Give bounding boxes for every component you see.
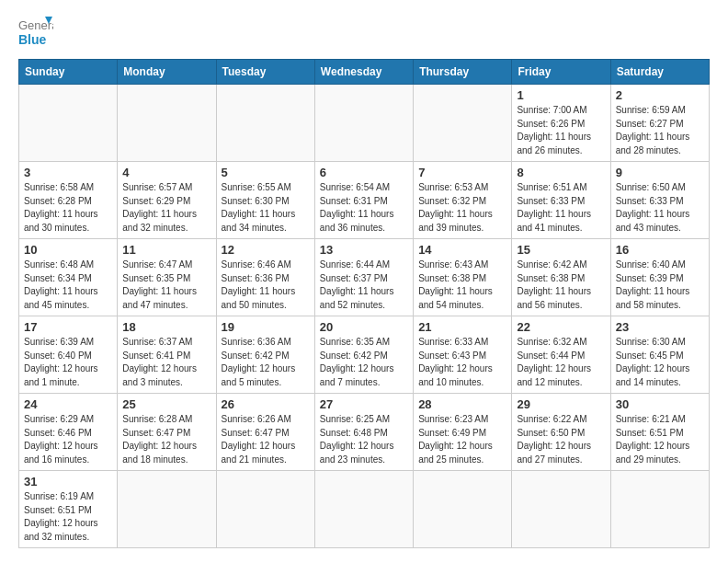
day-number: 27 [320,397,408,411]
logo-svg: General Blue [18,15,53,50]
svg-text:Blue: Blue [18,32,47,47]
header-wednesday: Wednesday [314,60,413,85]
day-sun-info: Sunrise: 6:50 AM Sunset: 6:33 PM Dayligh… [616,181,704,235]
day-sun-info: Sunrise: 6:58 AM Sunset: 6:28 PM Dayligh… [24,181,112,235]
calendar-cell: 21Sunrise: 6:33 AM Sunset: 6:43 PM Dayli… [414,316,512,394]
calendar-cell: 17Sunrise: 6:39 AM Sunset: 6:40 PM Dayli… [19,316,118,394]
day-sun-info: Sunrise: 6:39 AM Sunset: 6:40 PM Dayligh… [24,336,112,389]
day-sun-info: Sunrise: 6:25 AM Sunset: 6:48 PM Dayligh… [320,413,408,466]
day-number: 12 [222,243,310,257]
day-number: 10 [24,243,112,257]
calendar-cell [610,471,709,548]
week-row-1: 1Sunrise: 7:00 AM Sunset: 6:26 PM Daylig… [19,85,710,162]
calendar-cell: 20Sunrise: 6:35 AM Sunset: 6:42 PM Dayli… [314,316,413,394]
day-sun-info: Sunrise: 6:37 AM Sunset: 6:41 PM Dayligh… [122,336,210,389]
calendar-cell [118,85,216,162]
calendar-cell: 8Sunrise: 6:51 AM Sunset: 6:33 PM Daylig… [512,162,610,239]
day-number: 21 [418,320,506,334]
calendar-cell [118,471,216,548]
day-sun-info: Sunrise: 6:30 AM Sunset: 6:45 PM Dayligh… [616,336,704,389]
calendar-cell: 19Sunrise: 6:36 AM Sunset: 6:42 PM Dayli… [216,316,314,394]
day-headers-row: SundayMondayTuesdayWednesdayThursdayFrid… [19,60,710,85]
day-number: 28 [418,397,506,411]
day-sun-info: Sunrise: 6:53 AM Sunset: 6:32 PM Dayligh… [418,181,506,235]
day-number: 7 [418,166,506,179]
calendar-cell [216,85,314,162]
day-number: 26 [222,397,310,411]
day-sun-info: Sunrise: 6:33 AM Sunset: 6:43 PM Dayligh… [418,336,506,389]
header: General Blue [18,15,710,50]
day-sun-info: Sunrise: 6:28 AM Sunset: 6:47 PM Dayligh… [122,413,210,466]
day-sun-info: Sunrise: 6:26 AM Sunset: 6:47 PM Dayligh… [222,413,310,466]
calendar-cell: 29Sunrise: 6:22 AM Sunset: 6:50 PM Dayli… [512,394,610,471]
day-sun-info: Sunrise: 6:32 AM Sunset: 6:44 PM Dayligh… [517,336,605,389]
calendar-cell: 15Sunrise: 6:42 AM Sunset: 6:38 PM Dayli… [512,239,610,316]
calendar-cell [414,85,512,162]
calendar-cell: 23Sunrise: 6:30 AM Sunset: 6:45 PM Dayli… [610,316,709,394]
day-number: 1 [517,88,605,102]
week-row-2: 3Sunrise: 6:58 AM Sunset: 6:28 PM Daylig… [19,162,710,239]
day-sun-info: Sunrise: 7:00 AM Sunset: 6:26 PM Dayligh… [517,104,605,157]
day-number: 5 [222,166,310,179]
day-number: 14 [418,243,506,257]
calendar-cell [512,471,610,548]
calendar-cell: 6Sunrise: 6:54 AM Sunset: 6:31 PM Daylig… [314,162,413,239]
day-number: 3 [24,166,112,179]
day-sun-info: Sunrise: 6:44 AM Sunset: 6:37 PM Dayligh… [320,259,408,312]
day-number: 6 [320,166,408,179]
day-sun-info: Sunrise: 6:23 AM Sunset: 6:49 PM Dayligh… [418,413,506,466]
calendar-cell: 10Sunrise: 6:48 AM Sunset: 6:34 PM Dayli… [19,239,118,316]
day-number: 30 [616,397,704,411]
calendar-cell: 27Sunrise: 6:25 AM Sunset: 6:48 PM Dayli… [314,394,413,471]
calendar-cell: 22Sunrise: 6:32 AM Sunset: 6:44 PM Dayli… [512,316,610,394]
logo: General Blue [18,15,53,50]
calendar-cell: 30Sunrise: 6:21 AM Sunset: 6:51 PM Dayli… [610,394,709,471]
day-number: 23 [616,320,704,334]
calendar-cell: 14Sunrise: 6:43 AM Sunset: 6:38 PM Dayli… [414,239,512,316]
day-sun-info: Sunrise: 6:57 AM Sunset: 6:29 PM Dayligh… [122,181,210,235]
day-number: 22 [517,320,605,334]
calendar-cell: 9Sunrise: 6:50 AM Sunset: 6:33 PM Daylig… [610,162,709,239]
calendar-cell: 5Sunrise: 6:55 AM Sunset: 6:30 PM Daylig… [216,162,314,239]
calendar-cell: 16Sunrise: 6:40 AM Sunset: 6:39 PM Dayli… [610,239,709,316]
calendar-cell [314,471,413,548]
header-friday: Friday [512,60,610,85]
calendar-cell: 13Sunrise: 6:44 AM Sunset: 6:37 PM Dayli… [314,239,413,316]
calendar-cell: 12Sunrise: 6:46 AM Sunset: 6:36 PM Dayli… [216,239,314,316]
day-sun-info: Sunrise: 6:36 AM Sunset: 6:42 PM Dayligh… [222,336,310,389]
day-sun-info: Sunrise: 6:21 AM Sunset: 6:51 PM Dayligh… [616,413,704,466]
day-sun-info: Sunrise: 6:59 AM Sunset: 6:27 PM Dayligh… [616,104,704,157]
day-number: 24 [24,397,112,411]
calendar-cell: 24Sunrise: 6:29 AM Sunset: 6:46 PM Dayli… [19,394,118,471]
day-number: 16 [616,243,704,257]
day-sun-info: Sunrise: 6:51 AM Sunset: 6:33 PM Dayligh… [517,181,605,235]
day-number: 18 [122,320,210,334]
day-number: 4 [122,166,210,179]
week-row-3: 10Sunrise: 6:48 AM Sunset: 6:34 PM Dayli… [19,239,710,316]
week-row-5: 24Sunrise: 6:29 AM Sunset: 6:46 PM Dayli… [19,394,710,471]
calendar-cell: 2Sunrise: 6:59 AM Sunset: 6:27 PM Daylig… [610,85,709,162]
day-sun-info: Sunrise: 6:40 AM Sunset: 6:39 PM Dayligh… [616,259,704,312]
day-number: 19 [222,320,310,334]
day-number: 25 [122,397,210,411]
header-monday: Monday [118,60,216,85]
calendar-cell: 25Sunrise: 6:28 AM Sunset: 6:47 PM Dayli… [118,394,216,471]
day-number: 31 [24,475,112,488]
day-sun-info: Sunrise: 6:46 AM Sunset: 6:36 PM Dayligh… [222,259,310,312]
day-number: 29 [517,397,605,411]
header-sunday: Sunday [19,60,118,85]
header-thursday: Thursday [414,60,512,85]
day-sun-info: Sunrise: 6:48 AM Sunset: 6:34 PM Dayligh… [24,259,112,312]
calendar-cell: 31Sunrise: 6:19 AM Sunset: 6:51 PM Dayli… [19,471,118,548]
day-sun-info: Sunrise: 6:22 AM Sunset: 6:50 PM Dayligh… [517,413,605,466]
day-sun-info: Sunrise: 6:29 AM Sunset: 6:46 PM Dayligh… [24,413,112,466]
day-sun-info: Sunrise: 6:19 AM Sunset: 6:51 PM Dayligh… [24,490,112,544]
calendar-cell: 28Sunrise: 6:23 AM Sunset: 6:49 PM Dayli… [414,394,512,471]
day-number: 9 [616,166,704,179]
day-number: 13 [320,243,408,257]
header-tuesday: Tuesday [216,60,314,85]
calendar-cell [19,85,118,162]
header-saturday: Saturday [610,60,709,85]
day-sun-info: Sunrise: 6:55 AM Sunset: 6:30 PM Dayligh… [222,181,310,235]
day-number: 2 [616,88,704,102]
